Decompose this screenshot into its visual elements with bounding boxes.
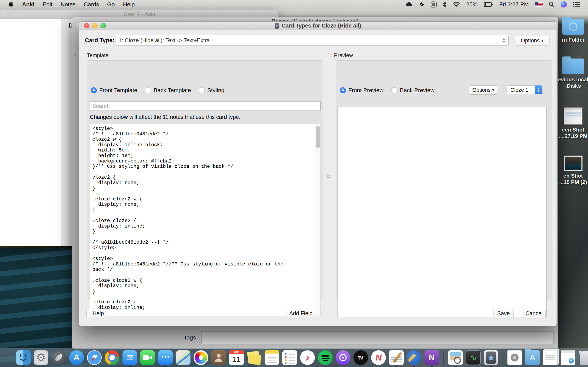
dock-item-preview-app[interactable]: [448, 350, 463, 365]
dock-item-mail[interactable]: ✉: [122, 350, 137, 365]
dock-item-appstore[interactable]: A: [69, 350, 84, 365]
dock-item-documents[interactable]: [543, 350, 558, 365]
template-code-editor[interactable]: <style> /* !-- a81b1bee0481ede2 */ cloze…: [90, 124, 321, 316]
template-search-input[interactable]: [90, 101, 320, 111]
calendar-day: 11: [229, 354, 244, 365]
tags-input[interactable]: [201, 331, 553, 344]
wifi-icon[interactable]: [453, 2, 460, 7]
tags-row: Tags: [72, 331, 558, 345]
desktop-icon-label: rn Folder: [558, 37, 588, 43]
dock-item-safari[interactable]: [87, 350, 102, 365]
desktop-icon-screenshot-1[interactable]: een Shot ....27.19 PM: [558, 108, 588, 139]
close-button-inactive[interactable]: [3, 12, 8, 17]
front-preview-radio[interactable]: Front Preview: [340, 87, 384, 94]
bluetooth-icon[interactable]: [443, 1, 447, 8]
dock-item-photos[interactable]: [194, 350, 208, 365]
menu-anki[interactable]: Anki: [22, 1, 35, 8]
cloud-status-icon[interactable]: [406, 2, 413, 7]
stepper-icon[interactable]: [535, 85, 542, 94]
siri-icon[interactable]: [561, 1, 567, 8]
dock-item-music[interactable]: ♪: [300, 350, 315, 365]
minimize-button-inactive[interactable]: [11, 12, 16, 17]
button-label: Save: [497, 310, 510, 317]
template-code-content[interactable]: <style> /* !-- a81b1bee0481ede2 */ cloze…: [92, 126, 292, 316]
code-scrollbar-thumb[interactable]: [316, 126, 320, 148]
notification-center-icon[interactable]: [573, 2, 580, 7]
dock-item-news[interactable]: N: [371, 350, 386, 365]
app-menus: AnkiEditNotesCardsGoHelp: [0, 1, 135, 8]
dock-item-textedit[interactable]: [389, 350, 404, 365]
appletv-glyph: tv: [354, 350, 368, 365]
help-button[interactable]: Help: [86, 309, 110, 318]
desktop-icon-screenshot-2[interactable]: en Shot ...19 PM (2): [558, 156, 588, 185]
dock-item-settings[interactable]: ⚙: [34, 350, 48, 365]
dock-item-notes[interactable]: [265, 350, 279, 365]
menu-notes[interactable]: Notes: [61, 1, 76, 8]
desktop-icon-idisks-folder[interactable]: evious local iDisks: [558, 58, 588, 89]
dock-item-calendar[interactable]: SEP11: [229, 350, 244, 365]
menu-help[interactable]: Help: [123, 1, 135, 8]
dock-item-finder[interactable]: [16, 350, 31, 365]
add-field-button[interactable]: Add Field: [284, 309, 318, 318]
dock-item-diskimage[interactable]: [507, 350, 522, 365]
dock-item-downloads-web[interactable]: [561, 350, 575, 365]
zoom-button[interactable]: [100, 23, 106, 28]
dock-item-contacts[interactable]: [211, 350, 226, 365]
code-scrollbar[interactable]: [315, 124, 320, 316]
dock-item-trash[interactable]: [579, 350, 588, 365]
running-indicator-dot: [129, 366, 131, 367]
front-template-radio[interactable]: Front Template: [91, 87, 137, 94]
back-preview-radio[interactable]: Back Preview: [391, 87, 435, 94]
appstore-glyph: A: [69, 350, 84, 365]
card-type-options-button[interactable]: Options: [515, 36, 549, 45]
running-indicator-dot: [431, 366, 433, 367]
screenshot-thumbnail-icon: [564, 156, 582, 171]
menu-cards[interactable]: Cards: [84, 1, 99, 8]
menu-go[interactable]: Go: [107, 1, 115, 8]
dock-item-onenote[interactable]: N: [424, 350, 439, 365]
dock-item-maps[interactable]: [176, 350, 190, 365]
template-groupbox: Front Template Back Template Styling Cha…: [87, 60, 323, 299]
main-window-scrollbar[interactable]: [61, 19, 71, 246]
dock-item-podcasts[interactable]: [336, 350, 350, 365]
input-language-flag-icon[interactable]: [535, 2, 543, 7]
dock-item-pencil[interactable]: [407, 350, 421, 365]
preview-options-button[interactable]: Options: [469, 85, 498, 94]
minimize-button[interactable]: [92, 23, 98, 28]
dock-item-appletv[interactable]: tv: [354, 350, 368, 365]
menu-bar-clock[interactable]: Fri 3:27 PM: [499, 1, 529, 8]
dock-item-activity[interactable]: ∿: [466, 350, 481, 365]
disclosure-triangle-icon[interactable]: ▼: [73, 52, 77, 57]
dock-item-chrome[interactable]: [105, 350, 120, 365]
dock-item-anki[interactable]: ★: [484, 350, 498, 365]
dock-item-applications[interactable]: A: [525, 350, 540, 365]
spotlight-search-icon[interactable]: [549, 2, 554, 7]
cloze-selector[interactable]: Cloze 1: [507, 85, 543, 94]
card-type-select[interactable]: 1: Cloze (Hide all): Text -> Text+Extra: [116, 35, 509, 46]
desktop-icon-burn-folder[interactable]: rn Folder: [558, 19, 588, 43]
battery-icon[interactable]: [484, 2, 493, 7]
dock-item-reminders[interactable]: [282, 350, 297, 365]
dialog-titlebar[interactable]: Card Types for Cloze (Hide all): [79, 22, 557, 30]
running-indicator-dot: [164, 366, 166, 367]
dropbox-icon[interactable]: ❖: [419, 1, 424, 8]
card-type-label: Card Type:: [85, 37, 114, 44]
apple-menu-icon[interactable]: [9, 1, 14, 8]
anki-dialog-icon: [275, 23, 279, 29]
dock-item-launchpad[interactable]: [52, 350, 66, 365]
styling-radio[interactable]: Styling: [199, 87, 224, 94]
dock-item-stickies[interactable]: [247, 350, 261, 365]
close-button[interactable]: [84, 23, 89, 28]
pane-splitter-handle[interactable]: [327, 175, 330, 178]
cancel-button[interactable]: Cancel: [523, 309, 545, 318]
back-template-radio[interactable]: Back Template: [145, 87, 191, 94]
battery-percent: 25%: [466, 1, 477, 8]
zoom-button-inactive[interactable]: [19, 12, 24, 17]
radio-icon: [199, 87, 205, 93]
dock-item-facetime[interactable]: [140, 350, 155, 365]
dock-item-messages[interactable]: [158, 350, 173, 365]
menu-edit[interactable]: Edit: [43, 1, 52, 8]
display-status-icon[interactable]: [431, 1, 437, 8]
dock-item-spotify[interactable]: [318, 350, 333, 365]
save-button[interactable]: Save: [493, 309, 514, 318]
